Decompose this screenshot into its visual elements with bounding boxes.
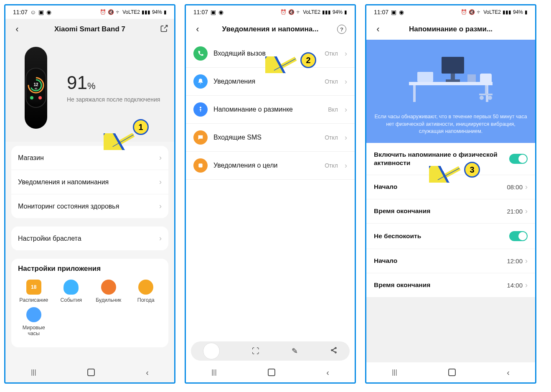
svg-point-21 — [480, 96, 484, 100]
app-tile-weather[interactable]: Погода — [129, 280, 163, 303]
device-battery-subtitle: Не заряжался после подключения — [67, 96, 166, 103]
back-button[interactable]: ‹ — [372, 24, 384, 35]
battery-text: 94% — [152, 9, 162, 15]
svg-rect-17 — [417, 72, 433, 82]
hero-description: Если часы обнаруживают, что в течение пе… — [374, 113, 528, 135]
share-button[interactable] — [157, 24, 168, 35]
svg-rect-20 — [485, 85, 487, 94]
status-time: 11:07 — [13, 9, 28, 15]
app-tile-world-clock[interactable]: Мировые часы — [17, 307, 51, 336]
chevron-right-icon: › — [159, 153, 162, 162]
row-notifications[interactable]: Уведомления и напоминания › — [11, 170, 168, 194]
settings-list: Включить напоминание о физической активн… — [366, 143, 535, 298]
row-band-settings[interactable]: Настройки браслета › — [11, 227, 168, 250]
row-goal-notifications[interactable]: Уведомления о цели Откл › — [186, 152, 355, 180]
volte-icon: VoLTE2 — [122, 9, 140, 15]
crop-icon[interactable]: ⛶ — [252, 347, 259, 356]
app-tile-alarm[interactable]: Будильник — [92, 280, 125, 303]
chevron-right-icon: › — [345, 105, 347, 114]
row-stretch-reminder[interactable]: Напоминание о разминке Вкл › — [186, 96, 355, 124]
battery-icon: ▮ — [344, 9, 347, 15]
alarm-app-icon — [101, 280, 116, 295]
svg-text:45: 45 — [34, 87, 37, 90]
svg-point-9 — [331, 349, 333, 351]
chevron-right-icon: › — [159, 178, 162, 186]
weather-icon — [138, 280, 153, 295]
signal-icon: ▮▮▮ — [142, 9, 150, 15]
chevron-right-icon: › — [345, 133, 347, 142]
nav-recent-button[interactable]: ||| — [392, 369, 397, 376]
screenshot-toolbar[interactable]: ⛶ ✎ — [191, 341, 350, 361]
chevron-right-icon: › — [345, 77, 347, 86]
device-hero: 12 45 91% Не заряжался после подключения — [5, 40, 174, 142]
help-button[interactable]: ? — [337, 25, 349, 34]
back-button[interactable]: ‹ — [192, 24, 203, 35]
chevron-right-icon: › — [159, 202, 162, 211]
row-start-time-2[interactable]: Начало 12:00 › — [366, 249, 535, 273]
svg-point-22 — [488, 96, 492, 100]
sms-icon — [193, 130, 208, 145]
row-do-not-disturb[interactable]: Не беспокоить — [366, 224, 535, 249]
row-end-time-1[interactable]: Время окончания 21:00 › — [366, 199, 535, 224]
phone-icon — [193, 46, 208, 61]
nav-recent-button[interactable]: ||| — [211, 369, 216, 376]
chevron-right-icon: › — [525, 183, 528, 191]
mute-icon: 🔇 — [108, 9, 114, 15]
header: ‹ Напоминание о разми... — [366, 19, 535, 40]
status-bar: 11:07 ☺ ▣ ◉ ⏰ 🔇 ᯤ VoLTE2 ▮▮▮ 94% ▮ — [5, 5, 174, 19]
alarm-icon: ⏰ — [100, 9, 106, 15]
system-nav-bar: ||| ‹ — [5, 362, 174, 382]
row-incoming-sms[interactable]: Входящие SMS Откл › — [186, 124, 355, 152]
bulb-icon — [63, 280, 79, 295]
goal-icon — [193, 158, 208, 173]
battery-text: 94% — [513, 9, 523, 15]
svg-point-8 — [335, 347, 336, 349]
back-button[interactable]: ‹ — [11, 24, 23, 35]
device-battery-percent: 91% — [67, 72, 166, 93]
volte-icon: VoLTE2 — [303, 9, 320, 15]
status-time: 11:07 — [374, 9, 388, 15]
device-image: 12 45 — [14, 44, 58, 132]
page-title: Xiaomi Smart Band 7 — [26, 25, 153, 33]
globe-icon — [26, 307, 41, 322]
app-tile-schedule[interactable]: 18 Расписание — [17, 280, 51, 303]
nav-back-button[interactable]: ‹ — [146, 368, 149, 377]
row-notifications[interactable]: Уведомления Откл › — [186, 68, 355, 96]
row-store[interactable]: Магазин › — [11, 146, 168, 170]
toggle-on[interactable] — [509, 154, 528, 164]
toggle-on[interactable] — [509, 231, 528, 241]
nav-back-button[interactable]: ‹ — [326, 368, 329, 377]
picture-icon: ▣ — [391, 9, 396, 15]
thumbnail-preview[interactable] — [203, 343, 220, 359]
chevron-right-icon: › — [525, 257, 528, 265]
calendar-icon: 18 — [26, 280, 41, 295]
mute-icon: 🔇 — [288, 9, 295, 15]
svg-rect-14 — [442, 57, 464, 74]
help-icon: ? — [337, 25, 346, 34]
row-start-time-1[interactable]: Начало 08:00 › — [366, 175, 535, 199]
phone-screen-1: 11:07 ☺ ▣ ◉ ⏰ 🔇 ᯤ VoLTE2 ▮▮▮ 94% ▮ ‹ Xia… — [4, 4, 175, 384]
status-bar: 11:07 ▣ ◉ ⏰ 🔇 ᯤ VoLTE2 ▮▮▮ 94% ▮ — [186, 5, 355, 19]
row-end-time-2[interactable]: Время окончания 14:00 › — [366, 273, 535, 298]
nav-back-button[interactable]: ‹ — [507, 368, 510, 377]
chevron-right-icon: › — [345, 161, 347, 170]
app-tile-events[interactable]: События — [55, 280, 88, 303]
nav-home-button[interactable] — [268, 369, 275, 376]
nav-home-button[interactable] — [87, 369, 95, 376]
svg-point-4 — [30, 96, 33, 99]
row-enable-activity-reminder[interactable]: Включить напоминание о физической активн… — [366, 143, 535, 175]
row-incoming-call[interactable]: Входящий вызов Откл › — [186, 40, 355, 68]
share-icon[interactable] — [330, 346, 338, 356]
svg-point-6 — [200, 107, 201, 108]
nav-recent-button[interactable]: ||| — [31, 369, 36, 376]
picture-icon: ▣ — [211, 9, 216, 15]
signal-icon: ▮▮▮ — [503, 9, 511, 15]
volte-icon: VoLTE2 — [483, 9, 501, 15]
battery-icon: ▮ — [164, 9, 167, 15]
nav-home-button[interactable] — [448, 369, 456, 376]
battery-text: 94% — [333, 9, 343, 15]
row-health[interactable]: Мониторинг состояния здоровья › — [11, 194, 168, 218]
status-bar: 11:07 ▣ ◉ ⏰ 🔇 ᯤ VoLTE2 ▮▮▮ 94% ▮ — [366, 5, 535, 19]
svg-point-10 — [335, 351, 336, 353]
edit-icon[interactable]: ✎ — [292, 346, 298, 356]
